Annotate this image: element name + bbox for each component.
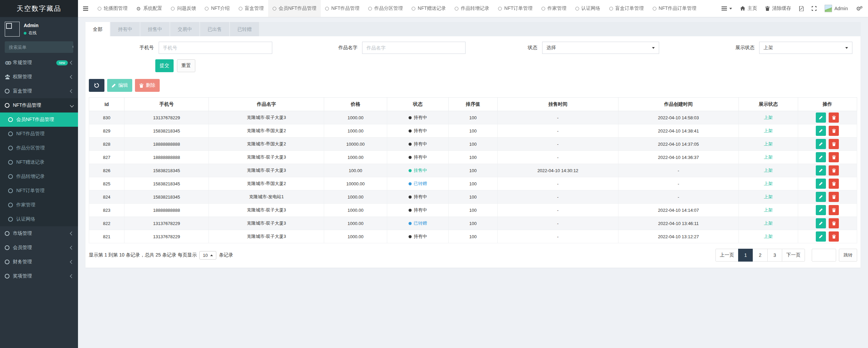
row-delete-button[interactable]	[829, 205, 839, 215]
prev-page-button[interactable]: 上一页	[715, 249, 738, 262]
row-delete-button[interactable]	[829, 112, 839, 123]
refresh-button[interactable]	[89, 79, 104, 92]
display-status-link[interactable]: 上架	[764, 115, 773, 120]
display-status-link[interactable]: 上架	[764, 128, 773, 133]
sidebar-item[interactable]: 认证网络	[0, 212, 78, 226]
table-row[interactable]: 824 15838218345 克隆城市-发电站1 1000.00 持有中 10…	[89, 190, 857, 204]
display-status-link[interactable]: 上架	[764, 207, 773, 212]
settings-button[interactable]	[852, 0, 868, 17]
menu-list-dropdown[interactable]	[717, 0, 736, 17]
row-edit-button[interactable]	[816, 165, 826, 176]
sidebar-item[interactable]: NFT作品管理	[0, 98, 78, 112]
phone-filter-input[interactable]	[159, 42, 272, 54]
topnav-item[interactable]: 会员NFT作品管理	[268, 0, 321, 17]
table-row[interactable]: 828 18888888888 克隆城市-帝国大厦2 10000.00 持有中 …	[89, 138, 857, 151]
sidebar-item[interactable]: 会员NFT作品管理	[0, 112, 78, 127]
sidebar-item[interactable]: NFT作品管理	[0, 127, 78, 141]
user-menu[interactable]: Admin	[821, 0, 852, 17]
clear-cache-button[interactable]: 清除缓存	[761, 0, 795, 17]
sidebar-item[interactable]: 会员管理	[0, 241, 78, 255]
sidebar-item[interactable]: 作家管理	[0, 198, 78, 212]
topnav-item[interactable]: NFT赠送记录	[407, 0, 450, 17]
row-edit-button[interactable]	[816, 139, 826, 149]
page-number-button[interactable]: 2	[753, 249, 768, 262]
display-status-link[interactable]: 上架	[764, 234, 773, 239]
row-delete-button[interactable]	[829, 165, 839, 176]
row-delete-button[interactable]	[829, 126, 839, 136]
topnav-item[interactable]: NFT订单管理	[494, 0, 537, 17]
home-button[interactable]: 主页	[736, 0, 761, 17]
topnav-item[interactable]: 盲盒管理	[234, 0, 268, 17]
submit-button[interactable]: 提交	[155, 59, 174, 72]
topnav-item[interactable]: 认证网络	[571, 0, 605, 17]
topnav-item[interactable]: 轮播图管理	[93, 0, 132, 17]
table-row[interactable]: 826 15838218345 克隆城市-双子大厦3 100.00 挂售中 10…	[89, 164, 857, 177]
status-tab[interactable]: 已转赠	[230, 22, 259, 36]
per-page-dropdown[interactable]: 10	[199, 251, 216, 260]
sidebar-item[interactable]: 市场管理	[0, 226, 78, 241]
status-filter-select[interactable]: 选择	[542, 42, 659, 54]
topnav-item[interactable]: 盲盒订单管理	[605, 0, 648, 17]
document-button[interactable]	[795, 0, 808, 17]
page-number-button[interactable]: 1	[738, 249, 753, 262]
topnav-item[interactable]: NFT介绍	[200, 0, 234, 17]
fullscreen-button[interactable]	[808, 0, 821, 17]
row-delete-button[interactable]	[829, 152, 839, 162]
status-tab[interactable]: 已出售	[200, 22, 229, 36]
topnav-item[interactable]: NFT作品订单管理	[648, 0, 701, 17]
row-edit-button[interactable]	[816, 192, 826, 202]
reset-button[interactable]: 重置	[177, 59, 195, 72]
row-edit-button[interactable]	[816, 126, 826, 136]
sidebar-item[interactable]: 作品转增记录	[0, 169, 78, 184]
topnav-item[interactable]: 问题反馈	[166, 0, 200, 17]
row-edit-button[interactable]	[816, 231, 826, 242]
status-tab[interactable]: 挂售中	[140, 22, 170, 36]
next-page-button[interactable]: 下一页	[782, 249, 805, 262]
row-delete-button[interactable]	[829, 139, 839, 149]
sidebar-item[interactable]: 奖项管理	[0, 269, 78, 283]
sidebar-item[interactable]: 常规管理 new	[0, 56, 78, 70]
row-delete-button[interactable]	[829, 218, 839, 228]
table-row[interactable]: 827 18888888888 克隆城市-双子大厦3 1000.00 持有中 1…	[89, 151, 857, 164]
row-delete-button[interactable]	[829, 179, 839, 189]
delete-button[interactable]: 删除	[135, 79, 160, 92]
display-status-link[interactable]: 上架	[764, 168, 773, 173]
status-tab[interactable]: 持有中	[111, 22, 140, 36]
topnav-item[interactable]: 作家管理	[537, 0, 571, 17]
row-edit-button[interactable]	[816, 112, 826, 123]
topnav-item[interactable]: NFT作品管理	[321, 0, 364, 17]
row-edit-button[interactable]	[816, 152, 826, 162]
display-filter-select[interactable]: 上架	[759, 42, 852, 54]
status-tab[interactable]: 交易中	[170, 22, 199, 36]
sidebar-item[interactable]: 财务管理	[0, 255, 78, 269]
table-row[interactable]: 822 13137678229 克隆城市-双子大厦3 1000.00 已转赠 1…	[89, 217, 857, 230]
name-filter-input[interactable]	[362, 42, 466, 54]
row-edit-button[interactable]	[816, 205, 826, 215]
page-number-button[interactable]: 3	[767, 249, 782, 262]
sidebar-toggle-button[interactable]	[78, 0, 93, 17]
edit-button[interactable]: 编辑	[107, 79, 132, 92]
status-tab[interactable]: 全部	[85, 22, 110, 36]
display-status-link[interactable]: 上架	[764, 194, 773, 199]
topnav-item[interactable]: 系统配置	[132, 0, 166, 17]
table-row[interactable]: 830 13137678229 克隆城市-双子大厦3 1000.00 持有中 1…	[89, 111, 857, 124]
sidebar-item[interactable]: NFT赠送记录	[0, 155, 78, 169]
sidebar-search-button[interactable]	[73, 41, 73, 53]
table-row[interactable]: 825 15838218345 克隆城市-帝国大厦2 10000.00 已转赠 …	[89, 177, 857, 190]
display-status-link[interactable]: 上架	[764, 141, 773, 146]
jump-page-input[interactable]	[812, 249, 836, 262]
sidebar-search-input[interactable]	[5, 41, 73, 53]
sidebar-item[interactable]: 盲盒管理	[0, 84, 78, 98]
row-delete-button[interactable]	[829, 231, 839, 242]
sidebar-item[interactable]: 作品分区管理	[0, 141, 78, 155]
display-status-link[interactable]: 上架	[764, 221, 773, 226]
sidebar-item[interactable]: 权限管理	[0, 70, 78, 84]
row-edit-button[interactable]	[816, 218, 826, 228]
topnav-item[interactable]: 作品分区管理	[364, 0, 407, 17]
sidebar-item[interactable]: NFT订单管理	[0, 184, 78, 198]
topnav-item[interactable]: 作品转增记录	[450, 0, 494, 17]
table-row[interactable]: 821 13137678229 克隆城市-双子大厦3 1000.00 持有中 1…	[89, 230, 857, 243]
display-status-link[interactable]: 上架	[764, 155, 773, 160]
row-edit-button[interactable]	[816, 179, 826, 189]
table-row[interactable]: 829 15838218345 克隆城市-帝国大厦2 1000.00 持有中 1…	[89, 124, 857, 138]
